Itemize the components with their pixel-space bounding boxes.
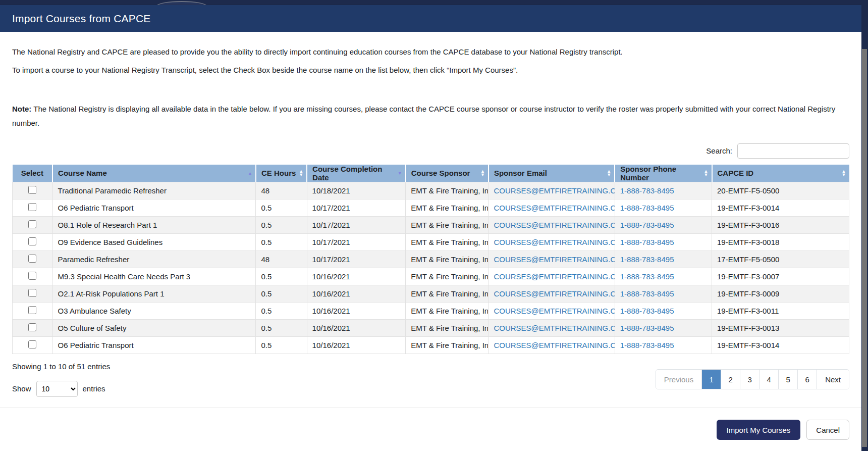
sort-icon: ▲ [248,171,252,175]
column-header-capce-id[interactable]: CAPCE ID▲▼ [712,165,849,182]
course-sponsor-cell: EMT & Fire Training, Inc. [406,182,489,199]
course-select-checkbox[interactable] [28,255,36,263]
completion-date-cell: 10/16/2021 [307,319,406,336]
course-sponsor-cell: EMT & Fire Training, Inc. [406,199,489,216]
pagination-next[interactable]: Next [817,370,849,389]
sponsor-email-link[interactable]: COURSES@EMTFIRETRAINING.COM [494,221,615,229]
sponsor-email-link[interactable]: COURSES@EMTFIRETRAINING.COM [494,255,615,264]
capce-id-cell: 19-EMTF-F3-0007 [712,268,849,285]
course-sponsor-cell: EMT & Fire Training, Inc. [406,250,489,268]
course-select-checkbox[interactable] [28,272,36,280]
entries-summary: Showing 1 to 10 of 51 entries [12,362,110,371]
capce-id-cell: 20-EMTF-F5-0500 [712,182,849,199]
sponsor-email-link[interactable]: COURSES@EMTFIRETRAINING.COM [494,272,615,281]
capce-id-cell: 19-EMTF-F3-0014 [712,199,849,216]
sponsor-phone-link[interactable]: 1-888-783-8495 [620,341,674,349]
cancel-button[interactable]: Cancel [806,420,849,440]
pagination-page-4[interactable]: 4 [760,370,779,389]
course-select-checkbox[interactable] [28,186,36,194]
course-name-cell: O9 Evidence Based Guidelines [52,233,256,250]
sponsor-phone-link[interactable]: 1-888-783-8495 [620,324,674,332]
sponsor-email-link[interactable]: COURSES@EMTFIRETRAINING.COM [494,238,615,246]
sponsor-phone-cell: 1-888-783-8495 [615,182,712,199]
sponsor-phone-link[interactable]: 1-888-783-8495 [620,221,674,229]
page-size-select[interactable]: 10 [36,381,78,397]
select-cell [13,319,53,336]
intro-paragraph-2: To import a course to your National Regi… [12,66,849,75]
sponsor-email-cell: COURSES@EMTFIRETRAINING.COM [489,302,615,319]
table-row: O9 Evidence Based Guidelines0.510/17/202… [13,233,849,250]
column-header-course-sponsor[interactable]: Course Sponsor▲▼ [406,165,489,182]
course-sponsor-cell: EMT & Fire Training, Inc. [406,268,489,285]
ce-hours-cell: 0.5 [256,319,307,336]
course-name-cell: Traditional Paramedic Refresher [52,182,256,199]
pagination-page-1[interactable]: 1 [702,370,721,389]
course-select-checkbox[interactable] [28,306,36,314]
sponsor-phone-cell: 1-888-783-8495 [615,336,712,354]
select-cell [13,182,53,199]
completion-date-cell: 10/18/2021 [307,182,406,199]
national-registry-logo [156,1,207,5]
select-cell [13,250,53,268]
sponsor-phone-link[interactable]: 1-888-783-8495 [620,289,674,298]
course-select-checkbox[interactable] [28,220,36,228]
column-header-sponsor-phone-number[interactable]: Sponsor Phone Number▲▼ [615,165,712,182]
course-sponsor-cell: EMT & Fire Training, Inc. [406,302,489,319]
course-select-checkbox[interactable] [28,203,36,211]
table-row: O5 Culture of Safety0.510/16/2021EMT & F… [13,319,849,336]
sponsor-phone-link[interactable]: 1-888-783-8495 [620,272,674,281]
pagination-page-6[interactable]: 6 [798,370,817,389]
sponsor-phone-cell: 1-888-783-8495 [615,216,712,233]
modal-body: The National Registry and CAPCE are plea… [0,32,861,451]
sponsor-email-link[interactable]: COURSES@EMTFIRETRAINING.COM [494,324,615,332]
sponsor-phone-cell: 1-888-783-8495 [615,319,712,336]
column-header-course-name[interactable]: Course Name▲ [52,165,256,182]
sponsor-phone-link[interactable]: 1-888-783-8495 [620,307,674,315]
sponsor-phone-link[interactable]: 1-888-783-8495 [620,238,674,246]
column-header-ce-hours[interactable]: CE Hours▲▼ [256,165,307,182]
capce-id-cell: 19-EMTF-F3-0018 [712,233,849,250]
page-scrollbar-thumb[interactable] [862,49,867,447]
column-header-sponsor-email[interactable]: Sponsor Email▲▼ [489,165,615,182]
course-select-checkbox[interactable] [28,323,36,331]
sponsor-phone-cell: 1-888-783-8495 [615,302,712,319]
ce-hours-cell: 48 [256,250,307,268]
table-row: O3 Ambulance Safety0.510/16/2021EMT & Fi… [13,302,849,319]
course-select-checkbox[interactable] [28,289,36,297]
modal-header: Import Courses from CAPCE [0,5,868,32]
course-name-cell: O2.1 At-Risk Populations Part 1 [52,285,256,302]
course-select-checkbox[interactable] [28,340,36,348]
pagination-page-2[interactable]: 2 [721,370,740,389]
sponsor-phone-link[interactable]: 1-888-783-8495 [620,186,674,195]
sponsor-email-cell: COURSES@EMTFIRETRAINING.COM [489,182,615,199]
sponsor-phone-link[interactable]: 1-888-783-8495 [620,255,674,264]
table-row: M9.3 Special Health Care Needs Part 30.5… [13,268,849,285]
import-my-courses-button[interactable]: Import My Courses [717,420,801,440]
sponsor-phone-link[interactable]: 1-888-783-8495 [620,204,674,212]
pagination-page-3[interactable]: 3 [740,370,760,389]
note-text: Note: The National Registry is displayin… [12,102,845,130]
table-row: Paramedic Refresher4810/17/2021EMT & Fir… [13,250,849,268]
sponsor-email-link[interactable]: COURSES@EMTFIRETRAINING.COM [494,289,615,298]
course-name-cell: M9.3 Special Health Care Needs Part 3 [52,268,256,285]
pagination-previous[interactable]: Previous [656,370,702,389]
completion-date-cell: 10/16/2021 [307,302,406,319]
sort-icon: ▼ [398,171,402,175]
select-cell [13,302,53,319]
ce-hours-cell: 0.5 [256,268,307,285]
course-select-checkbox[interactable] [28,237,36,245]
sponsor-email-cell: COURSES@EMTFIRETRAINING.COM [489,268,615,285]
sponsor-email-link[interactable]: COURSES@EMTFIRETRAINING.COM [494,204,615,212]
course-name-cell: O8.1 Role of Research Part 1 [52,216,256,233]
search-input[interactable] [737,143,849,159]
sponsor-email-link[interactable]: COURSES@EMTFIRETRAINING.COM [494,307,615,315]
course-name-cell: O3 Ambulance Safety [52,302,256,319]
column-header-course-completion-date[interactable]: Course Completion Date▼ [307,165,406,182]
sponsor-email-cell: COURSES@EMTFIRETRAINING.COM [489,216,615,233]
sponsor-email-link[interactable]: COURSES@EMTFIRETRAINING.COM [494,341,615,349]
sponsor-email-link[interactable]: COURSES@EMTFIRETRAINING.COM [494,186,615,195]
select-cell [13,216,53,233]
sort-icon: ▲▼ [480,170,485,177]
pagination-page-5[interactable]: 5 [779,370,798,389]
table-row: O2.1 At-Risk Populations Part 10.510/16/… [13,285,849,302]
